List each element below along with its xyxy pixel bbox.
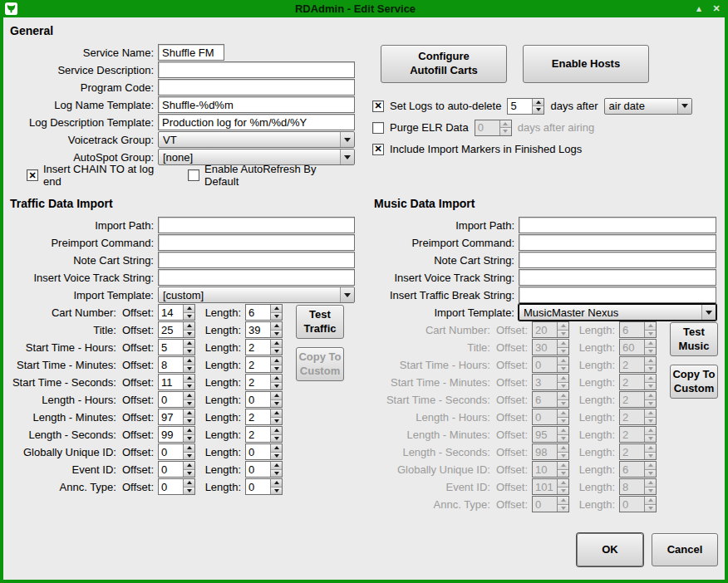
- spin-down-icon[interactable]: [271, 418, 282, 425]
- length-seconds-offset-spinbox[interactable]: 99: [158, 426, 195, 443]
- spin-up-icon[interactable]: [184, 375, 194, 383]
- insert-traffic-break-string-input[interactable]: [519, 287, 716, 303]
- import-template-combo[interactable]: MusicMaster Nexus: [519, 304, 716, 321]
- spin-up-icon[interactable]: [271, 427, 282, 435]
- spin-down-icon[interactable]: [184, 470, 194, 478]
- start-time-hours-offset-spinbox[interactable]: 5: [158, 339, 195, 355]
- length-minutes-length-spinbox[interactable]: 2: [245, 409, 283, 425]
- globally-unique-id-length-spinbox[interactable]: 0: [245, 443, 283, 460]
- spin-up-icon[interactable]: [271, 322, 282, 331]
- purge-elr-checkbox[interactable]: [372, 122, 384, 134]
- spin-up-icon[interactable]: [184, 305, 194, 313]
- titlebar[interactable]: RDAdmin - Edit Service ▴ ✕: [3, 0, 725, 17]
- cart-number-offset-spinbox[interactable]: 14: [158, 304, 195, 321]
- spin-down-icon[interactable]: [184, 348, 194, 355]
- insert-chain-to-at-log-end-checkbox[interactable]: [27, 169, 38, 181]
- length-minutes-offset-spinbox[interactable]: 97: [158, 409, 195, 425]
- spin-up-icon[interactable]: [271, 444, 282, 453]
- spin-down-icon[interactable]: [271, 365, 282, 373]
- note-cart-string-input[interactable]: [519, 252, 716, 268]
- spin-down-icon[interactable]: [271, 400, 282, 408]
- spin-up-icon[interactable]: [271, 305, 282, 313]
- music-copy-to-custom-button[interactable]: Copy To Custom: [670, 365, 718, 399]
- event-id-length-spinbox[interactable]: 0: [245, 461, 283, 478]
- start-time-seconds-length-spinbox[interactable]: 2: [245, 374, 283, 390]
- air-date-combo[interactable]: air date: [604, 98, 692, 115]
- spin-up-icon[interactable]: [271, 479, 282, 487]
- insert-voice-track-string-input[interactable]: [158, 269, 355, 286]
- import-path-input[interactable]: [519, 217, 716, 233]
- spin-down-icon[interactable]: [271, 487, 282, 495]
- auto-delete-checkbox[interactable]: [372, 100, 384, 112]
- import-path-input[interactable]: [158, 217, 355, 233]
- spin-up-icon[interactable]: [271, 462, 282, 470]
- annc-type-length-spinbox[interactable]: 0: [245, 478, 283, 495]
- voicetrack-group-combo[interactable]: VT: [158, 131, 355, 148]
- configure-autofill-carts-button[interactable]: Configure Autofill Carts: [381, 45, 507, 83]
- log-description-template-input[interactable]: [158, 114, 355, 130]
- combo-open-button[interactable]: [340, 132, 354, 147]
- spin-down-icon[interactable]: [184, 418, 194, 425]
- spin-up-icon[interactable]: [184, 479, 194, 487]
- spin-down-icon[interactable]: [271, 348, 282, 355]
- import-markers-checkbox[interactable]: [372, 144, 384, 155]
- length-seconds-length-spinbox[interactable]: 2: [245, 426, 283, 443]
- spin-up-icon[interactable]: [184, 409, 194, 418]
- test-traffic-button[interactable]: Test Traffic: [296, 305, 344, 339]
- spin-down-icon[interactable]: [184, 453, 194, 460]
- start-time-seconds-offset-spinbox[interactable]: 11: [158, 374, 195, 390]
- spin-down-icon[interactable]: [184, 487, 194, 495]
- shade-window-icon[interactable]: ▴: [693, 3, 705, 15]
- title-offset-spinbox[interactable]: 25: [158, 321, 195, 338]
- length-hours-length-spinbox[interactable]: 0: [245, 391, 283, 408]
- annc-type-offset-spinbox[interactable]: 0: [158, 478, 195, 495]
- spin-up-icon[interactable]: [271, 357, 282, 365]
- spin-up-icon[interactable]: [184, 392, 194, 400]
- spin-down-icon[interactable]: [271, 470, 282, 478]
- combo-open-button[interactable]: [701, 305, 716, 320]
- spin-up-icon[interactable]: [271, 392, 282, 400]
- start-time-hours-length-spinbox[interactable]: 2: [245, 339, 283, 355]
- combo-open-button[interactable]: [340, 287, 354, 302]
- spin-down-icon[interactable]: [271, 453, 282, 460]
- start-time-minutes-offset-spinbox[interactable]: 8: [158, 356, 195, 373]
- program-code-input[interactable]: [158, 79, 355, 96]
- ok-button[interactable]: OK: [577, 533, 643, 566]
- spin-up-icon[interactable]: [184, 444, 194, 453]
- spin-down-icon[interactable]: [184, 435, 194, 443]
- spin-down-icon[interactable]: [271, 331, 282, 338]
- close-window-icon[interactable]: ✕: [711, 3, 722, 15]
- note-cart-string-input[interactable]: [158, 252, 355, 268]
- spin-up-icon[interactable]: [271, 340, 282, 348]
- cancel-button[interactable]: Cancel: [652, 533, 718, 566]
- spin-up-icon[interactable]: [184, 427, 194, 435]
- spin-down-icon[interactable]: [184, 400, 194, 408]
- spin-up-icon[interactable]: [271, 375, 282, 383]
- spin-down-icon[interactable]: [533, 106, 544, 114]
- log-name-template-input[interactable]: [158, 96, 355, 113]
- preimport-command-input[interactable]: [158, 234, 355, 251]
- event-id-offset-spinbox[interactable]: 0: [158, 461, 195, 478]
- globally-unique-id-offset-spinbox[interactable]: 0: [158, 443, 195, 460]
- spin-up-icon[interactable]: [271, 409, 282, 418]
- enable-hosts-button[interactable]: Enable Hosts: [523, 45, 649, 83]
- insert-voice-track-string-input[interactable]: [519, 269, 716, 286]
- title-length-spinbox[interactable]: 39: [245, 321, 283, 338]
- enable-autorefresh-by-default-checkbox[interactable]: [188, 169, 199, 181]
- spin-down-icon[interactable]: [184, 331, 194, 338]
- spin-up-icon[interactable]: [184, 462, 194, 470]
- spin-up-icon[interactable]: [533, 99, 544, 107]
- spin-down-icon[interactable]: [184, 365, 194, 373]
- spin-down-icon[interactable]: [271, 383, 282, 390]
- spin-down-icon[interactable]: [271, 313, 282, 321]
- spin-up-icon[interactable]: [184, 322, 194, 331]
- preimport-command-input[interactable]: [519, 234, 716, 251]
- import-template-combo[interactable]: [custom]: [158, 287, 355, 303]
- spin-down-icon[interactable]: [271, 435, 282, 443]
- cart-number-length-spinbox[interactable]: 6: [245, 304, 283, 321]
- spin-down-icon[interactable]: [184, 383, 194, 390]
- service-name-input[interactable]: [158, 44, 224, 61]
- service-description-input[interactable]: [158, 61, 355, 78]
- spin-down-icon[interactable]: [184, 313, 194, 321]
- length-hours-offset-spinbox[interactable]: 0: [158, 391, 195, 408]
